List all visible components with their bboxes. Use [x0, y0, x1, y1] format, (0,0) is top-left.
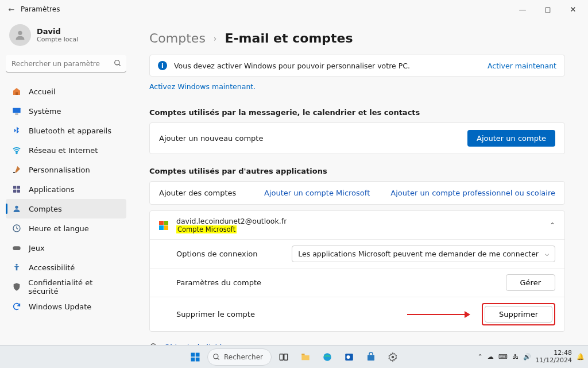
microsoft-logo-icon	[159, 221, 168, 230]
manage-button[interactable]: Gérer	[506, 274, 555, 291]
sidebar-item-time[interactable]: Heure et langue	[6, 218, 126, 238]
language-icon[interactable]: ⌨	[498, 353, 508, 361]
paintbrush-icon	[11, 164, 22, 175]
svg-line-2	[119, 64, 121, 66]
svg-point-12	[15, 206, 18, 209]
sidebar-item-personalization[interactable]: Personnalisation	[6, 160, 126, 179]
add-new-account-label: Ajouter un nouveau compte	[159, 134, 458, 143]
add-accounts-label: Ajouter des comptes	[159, 189, 255, 197]
delete-button[interactable]: Supprimer	[485, 306, 552, 323]
network-tray-icon[interactable]: 🖧	[512, 353, 519, 361]
edge-button[interactable]	[318, 348, 337, 366]
svg-rect-19	[196, 352, 200, 356]
activation-alert: i Vous devez activer Windows pour pouvoi…	[149, 55, 565, 76]
section-title-other: Comptes utilisés par d'autres applicatio…	[149, 167, 565, 175]
volume-icon[interactable]: 🔊	[523, 353, 531, 361]
svg-point-0	[18, 31, 22, 35]
svg-rect-10	[13, 190, 16, 193]
add-mail-card: Ajouter un nouveau compte Ajouter un com…	[149, 122, 565, 154]
account-header[interactable]: david.lecoindunet2@outlook.fr Compte Mic…	[150, 211, 564, 239]
nav-label: Windows Update	[29, 302, 91, 311]
nav-label: Réseau et Internet	[29, 146, 98, 155]
taskbar-search[interactable]: Rechercher	[207, 348, 272, 366]
gaming-icon	[11, 243, 22, 253]
sidebar-item-privacy[interactable]: Confidentialité et sécurité	[6, 277, 126, 297]
outlook-button[interactable]	[339, 348, 359, 366]
avatar	[9, 24, 31, 46]
start-button[interactable]	[185, 348, 205, 366]
svg-rect-9	[17, 186, 20, 189]
account-settings-row: Paramètres du compte Gérer	[150, 268, 564, 297]
bluetooth-icon	[11, 125, 22, 136]
svg-line-23	[218, 358, 219, 359]
svg-point-1	[115, 60, 119, 65]
nav-list: Accueil Système Bluetooth et appareils R…	[6, 82, 126, 316]
sidebar-item-bluetooth[interactable]: Bluetooth et appareils	[6, 121, 126, 140]
profile-subtitle: Compte local	[37, 36, 78, 43]
sidebar-item-home[interactable]: Accueil	[6, 82, 126, 101]
add-work-school-account-link[interactable]: Ajouter un compte professionnel ou scola…	[390, 189, 555, 197]
svg-point-6	[16, 152, 17, 154]
profile-name: David	[37, 27, 78, 36]
sidebar-item-accounts[interactable]: Comptes	[6, 199, 126, 218]
wifi-icon	[11, 145, 22, 155]
system-tray[interactable]: ⌃ ☁ ⌨ 🖧 🔊 12:48 11/12/2024 🔔	[477, 350, 585, 364]
back-button[interactable]: ←	[2, 5, 21, 14]
clock-icon	[11, 223, 22, 233]
info-icon: i	[158, 61, 167, 70]
onedrive-icon[interactable]: ☁	[488, 353, 494, 361]
remove-account-row: Supprimer le compte Supprimer	[150, 297, 564, 331]
activate-now-link[interactable]: Activer maintenant	[488, 62, 556, 70]
clock[interactable]: 12:48 11/12/2024	[536, 350, 572, 364]
signin-options-select[interactable]: Les applications Microsoft peuvent me de…	[292, 246, 555, 262]
svg-rect-18	[191, 352, 195, 356]
svg-point-22	[214, 354, 218, 358]
nav-label: Accueil	[29, 87, 55, 96]
store-button[interactable]	[361, 348, 381, 366]
annotation-highlight: Supprimer	[482, 303, 555, 325]
annotation-arrow	[407, 310, 470, 319]
sidebar-item-apps[interactable]: Applications	[6, 179, 126, 199]
minimize-button[interactable]: —	[510, 0, 535, 18]
breadcrumb: Comptes › E-mail et comptes	[149, 31, 565, 45]
alert-message: Vous devez activer Windows pour pouvoir …	[174, 62, 481, 70]
explorer-button[interactable]	[296, 348, 315, 366]
nav-label: Personnalisation	[29, 166, 90, 174]
account-settings-label: Paramètres du compte	[176, 278, 497, 287]
content-area: Comptes › E-mail et comptes i Vous devez…	[132, 18, 588, 345]
search-input[interactable]	[6, 55, 126, 72]
search-icon	[114, 59, 122, 69]
maximize-button[interactable]: ◻	[535, 0, 560, 18]
activate-windows-link[interactable]: Activez Windows maintenant.	[149, 82, 256, 91]
search-box[interactable]	[6, 55, 126, 72]
add-account-button[interactable]: Ajouter un compte	[467, 130, 555, 147]
svg-rect-4	[13, 108, 20, 113]
breadcrumb-parent[interactable]: Comptes	[149, 31, 206, 45]
tray-chevron-icon[interactable]: ⌃	[477, 353, 482, 361]
remove-account-label: Supprimer le compte	[176, 310, 398, 319]
svg-rect-21	[196, 357, 200, 361]
svg-rect-14	[13, 246, 20, 250]
sidebar-item-accessibility[interactable]: Accessibilité	[6, 258, 126, 277]
section-title-mail: Comptes utilisés par la messagerie, le c…	[149, 108, 565, 117]
taskbar-search-label: Rechercher	[224, 353, 263, 361]
notifications-icon[interactable]: 🔔	[577, 353, 585, 361]
sidebar-item-gaming[interactable]: Jeux	[6, 238, 126, 258]
titlebar: ← Paramètres — ◻ ✕	[0, 0, 588, 18]
svg-rect-7	[13, 172, 15, 173]
chevron-right-icon: ›	[214, 34, 217, 43]
svg-point-31	[392, 355, 394, 358]
settings-app-button[interactable]	[383, 348, 403, 366]
shield-icon	[11, 282, 21, 292]
sidebar-item-network[interactable]: Réseau et Internet	[6, 140, 126, 160]
task-view-button[interactable]	[274, 348, 293, 366]
sidebar-item-update[interactable]: Windows Update	[6, 297, 126, 316]
nav-label: Jeux	[29, 244, 45, 252]
accessibility-icon	[11, 262, 22, 273]
tray-date: 11/12/2024	[536, 357, 572, 365]
sidebar-item-system[interactable]: Système	[6, 101, 126, 121]
close-button[interactable]: ✕	[560, 0, 586, 18]
add-microsoft-account-link[interactable]: Ajouter un compte Microsoft	[264, 189, 370, 197]
nav-label: Confidentialité et sécurité	[28, 278, 121, 296]
profile-block[interactable]: David Compte local	[6, 22, 126, 52]
